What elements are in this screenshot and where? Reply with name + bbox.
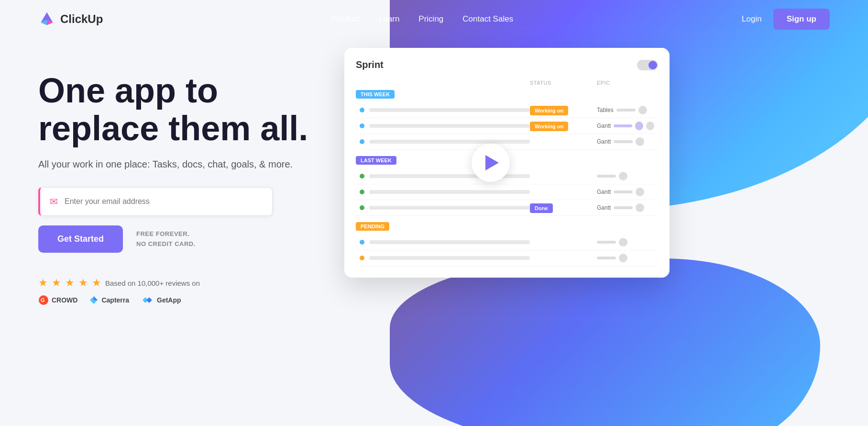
logo-icon bbox=[38, 11, 55, 28]
reviews-text: Based on 10,000+ reviews on bbox=[105, 279, 200, 287]
star-1: ★ bbox=[38, 277, 48, 289]
task-dot bbox=[360, 240, 364, 245]
logo-text: ClickUp bbox=[60, 12, 103, 26]
play-button[interactable] bbox=[472, 144, 510, 182]
task-bar bbox=[369, 240, 530, 244]
status-badge: Working on bbox=[530, 106, 568, 115]
getapp-icon bbox=[141, 295, 154, 305]
nav-learn[interactable]: Learn bbox=[379, 14, 399, 24]
get-started-button[interactable]: Get Started bbox=[38, 225, 123, 253]
toggle-track bbox=[637, 60, 658, 70]
svg-marker-6 bbox=[94, 296, 98, 300]
star-3: ★ bbox=[65, 277, 75, 289]
task-bar bbox=[369, 174, 530, 178]
pending-label: PENDING bbox=[356, 222, 389, 231]
table-row[interactable]: Working on Gantt bbox=[356, 118, 658, 134]
nav-product[interactable]: Product bbox=[331, 14, 360, 24]
nav-links: Product Learn Pricing Contact Sales bbox=[331, 14, 513, 24]
nav-actions: Login Sign up bbox=[742, 9, 830, 30]
task-dot bbox=[360, 139, 364, 144]
epic-cell: Gantt bbox=[597, 137, 654, 146]
task-bar bbox=[369, 256, 530, 260]
col-task bbox=[360, 80, 530, 86]
table-row[interactable]: Done Gantt bbox=[356, 200, 658, 216]
epic-cell: Gantt bbox=[597, 188, 654, 196]
logo[interactable]: ClickUp bbox=[38, 11, 103, 28]
col-status: STATUS bbox=[530, 80, 597, 86]
status-badge: Done bbox=[530, 203, 553, 213]
g2crowd-logo: G CROWD bbox=[38, 295, 77, 305]
svg-marker-8 bbox=[146, 297, 152, 303]
cta-row: Get Started FREE FOREVER. NO CREDIT CARD… bbox=[38, 225, 316, 253]
task-bar bbox=[369, 108, 530, 112]
task-bar bbox=[369, 206, 530, 210]
task-dot bbox=[360, 174, 364, 179]
toggle-thumb bbox=[648, 61, 657, 69]
main-content: One app to replace them all. All your wo… bbox=[0, 38, 868, 305]
last-week-label: LAST WEEK bbox=[356, 156, 396, 165]
mockup-title: Sprint bbox=[356, 59, 384, 70]
review-logos-row: G CROWD Capterra GetApp bbox=[38, 295, 316, 305]
hero-title: One app to replace them all. bbox=[38, 72, 316, 147]
star-4: ★ bbox=[78, 277, 88, 289]
login-button[interactable]: Login bbox=[742, 14, 762, 24]
g2crowd-icon: G bbox=[38, 295, 49, 305]
epic-cell: Tables bbox=[597, 106, 654, 114]
table-row[interactable] bbox=[356, 250, 658, 266]
epic-cell: Gantt bbox=[597, 203, 654, 212]
navbar: ClickUp Product Learn Pricing Contact Sa… bbox=[0, 0, 868, 38]
epic-cell bbox=[597, 238, 654, 247]
section-divider bbox=[356, 216, 658, 222]
table-columns-header: STATUS EPIC bbox=[356, 80, 658, 86]
capterra-icon bbox=[89, 295, 99, 305]
status-badge: Working on bbox=[530, 122, 568, 131]
free-forever-text: FREE FOREVER. NO CREDIT CARD. bbox=[136, 229, 196, 249]
task-bar bbox=[369, 140, 530, 144]
table-row[interactable]: Gantt bbox=[356, 134, 658, 150]
email-input-wrapper[interactable]: ✉ bbox=[38, 187, 273, 216]
toggle-switch[interactable] bbox=[637, 60, 658, 70]
nav-contact-sales[interactable]: Contact Sales bbox=[462, 14, 513, 24]
epic-cell bbox=[597, 172, 654, 180]
app-mockup: Sprint STATUS EPIC THIS WEEK bbox=[344, 48, 670, 278]
task-bar bbox=[369, 124, 530, 128]
task-dot bbox=[360, 205, 364, 210]
task-dot bbox=[360, 256, 364, 260]
email-icon: ✉ bbox=[50, 196, 58, 207]
this-week-label: THIS WEEK bbox=[356, 90, 395, 99]
hero-subtitle: All your work in one place: Tasks, docs,… bbox=[38, 159, 316, 170]
capterra-logo: Capterra bbox=[89, 295, 129, 305]
this-week-section: THIS WEEK Working on Tables bbox=[356, 90, 658, 150]
nav-pricing[interactable]: Pricing bbox=[418, 14, 443, 24]
pending-section: PENDING bbox=[356, 222, 658, 266]
svg-text:G: G bbox=[41, 297, 45, 303]
task-dot bbox=[360, 190, 364, 194]
epic-cell: Gantt bbox=[597, 122, 654, 130]
star-5: ★ bbox=[92, 277, 101, 289]
left-side: One app to replace them all. All your wo… bbox=[38, 57, 316, 305]
stars-row: ★ ★ ★ ★ ★ Based on 10,000+ reviews on bbox=[38, 277, 316, 289]
hero-title-line2: replace them all. bbox=[38, 109, 308, 147]
col-epic: EPIC bbox=[597, 80, 654, 86]
reviews-section: ★ ★ ★ ★ ★ Based on 10,000+ reviews on G … bbox=[38, 277, 316, 305]
epic-cell bbox=[597, 254, 654, 262]
table-row[interactable]: Gantt bbox=[356, 184, 658, 200]
getapp-logo: GetApp bbox=[141, 295, 181, 305]
play-icon bbox=[485, 155, 499, 170]
email-input[interactable] bbox=[65, 197, 263, 206]
table-row[interactable] bbox=[356, 235, 658, 250]
task-dot bbox=[360, 123, 364, 128]
mockup-header: Sprint bbox=[356, 59, 658, 70]
task-bar bbox=[369, 190, 530, 194]
signup-button[interactable]: Sign up bbox=[773, 9, 830, 30]
right-side: Sprint STATUS EPIC THIS WEEK bbox=[344, 48, 830, 278]
hero-title-line1: One app to bbox=[38, 71, 218, 110]
table-row[interactable]: Working on Tables bbox=[356, 102, 658, 118]
star-2: ★ bbox=[52, 277, 61, 289]
task-dot bbox=[360, 108, 364, 112]
